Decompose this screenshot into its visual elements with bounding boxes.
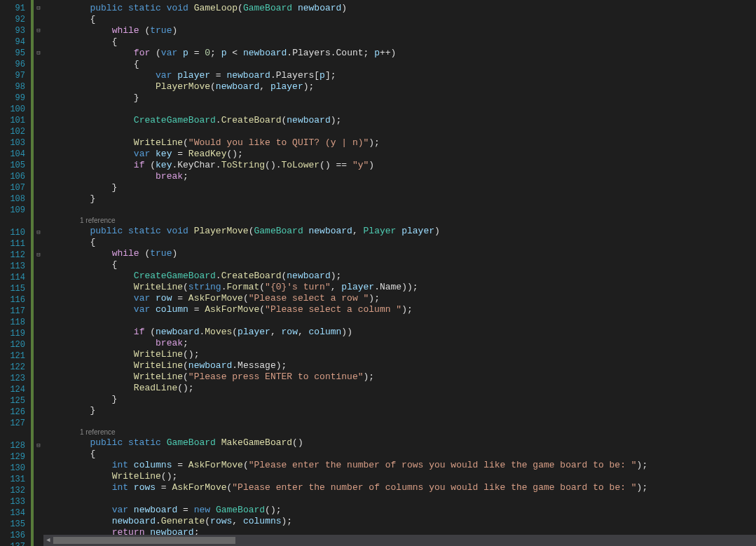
line-number: 115 [0,283,25,294]
code-line[interactable]: WriteLine(newboard.Message); [46,360,756,371]
fold-toggle-icon[interactable]: ⊟ [34,48,43,59]
fold-toggle-icon[interactable]: ⊟ [34,227,43,238]
line-number: 128 [0,440,25,451]
fold-toggle-icon [34,182,43,193]
code-line[interactable]: public static GameBoard MakeGameBoard() [46,437,756,449]
code-line[interactable]: while (true) [46,248,756,259]
line-number-gutter: 9192939495969798991001011021031041051061… [0,0,31,546]
fold-toggle-icon[interactable]: ⊟ [34,250,43,261]
code-line[interactable]: if (key.KeyChar.ToString().ToLower() == … [46,160,756,171]
fold-toggle-icon [34,541,43,546]
line-number: 109 [0,205,25,216]
line-number: 108 [0,193,25,205]
code-line[interactable]: WriteLine(string.Format("{0}'s turn", pl… [46,282,756,293]
code-line[interactable]: } [46,394,756,405]
code-line[interactable]: { [46,59,756,70]
code-line[interactable]: } [46,405,756,416]
code-line[interactable]: if (newboard.Moves(player, row, column)) [46,327,756,338]
line-number: 107 [0,182,25,193]
fold-toggle-icon [34,339,43,350]
code-line[interactable] [46,104,756,115]
code-line[interactable] [46,315,756,327]
scrollbar-thumb[interactable] [53,537,235,544]
code-line[interactable]: public static void GameLoop(GameBoard ne… [46,3,756,14]
code-line[interactable] [46,205,756,216]
line-number: 117 [0,306,25,317]
code-line[interactable]: WriteLine(); [46,349,756,360]
code-line[interactable]: WriteLine("Would you like to QUIT? (y | … [46,137,756,149]
line-number: 106 [0,171,25,182]
line-number: 135 [0,519,25,530]
code-line[interactable]: } [46,93,756,104]
code-line[interactable]: var row = AskForMove("Please select a ro… [46,293,756,304]
code-line[interactable]: CreateGameBoard.CreateBoard(newboard); [46,115,756,126]
fold-toggle-icon [34,418,43,429]
code-editor[interactable]: 9192939495969798991001011021031041051061… [0,0,756,546]
code-line[interactable]: var player = newboard.Players[p]; [46,70,756,81]
fold-toggle-icon [34,205,43,216]
line-number: 134 [0,507,25,519]
line-number: 131 [0,474,25,485]
fold-toggle-icon [34,328,43,339]
fold-toggle-icon [34,317,43,328]
code-line[interactable]: int columns = AskForMove("Please enter t… [46,460,756,471]
fold-toggle-icon [34,496,43,507]
code-line[interactable]: ReadLine(); [46,383,756,394]
line-number: 124 [0,384,25,395]
line-number: 102 [0,126,25,137]
code-line[interactable]: break; [46,171,756,182]
code-line[interactable] [46,126,756,137]
line-number: 97 [0,70,25,81]
fold-toggle-icon [34,59,43,70]
code-line[interactable]: var newboard = new GameBoard(); [46,505,756,516]
fold-toggle-icon [34,530,43,541]
fold-toggle-icon [34,160,43,171]
code-line[interactable]: int rows = AskForMove("Please enter the … [46,482,756,493]
codelens-reference[interactable]: 1 reference [46,216,756,226]
code-text-area[interactable]: public static void GameLoop(GameBoard ne… [43,0,756,546]
line-number: 130 [0,463,25,474]
code-line[interactable]: PlayerMove(newboard, player); [46,81,756,93]
fold-toggle-icon[interactable]: ⊟ [34,3,43,14]
codelens-reference[interactable]: 1 reference [46,428,756,437]
fold-toggle-icon [34,451,43,463]
code-line[interactable]: CreateGameBoard.CreateBoard(newboard); [46,271,756,282]
code-line[interactable]: { [46,14,756,25]
code-line[interactable]: break; [46,338,756,349]
code-line[interactable]: for (var p = 0; p < newboard.Players.Cou… [46,48,756,59]
code-line[interactable]: { [46,259,756,271]
code-line[interactable]: newboard.Generate(rows, columns); [46,516,756,527]
fold-toggle-icon[interactable]: ⊟ [34,25,43,36]
code-line[interactable] [46,416,756,428]
code-line[interactable]: { [46,237,756,248]
scroll-left-arrow-icon[interactable]: ◄ [43,535,53,546]
fold-toggle-icon [34,306,43,317]
code-line[interactable]: var key = ReadKey(); [46,149,756,160]
code-line[interactable]: } [46,193,756,205]
code-line[interactable]: { [46,449,756,460]
code-line[interactable] [46,493,756,505]
line-number: 114 [0,272,25,283]
code-line[interactable]: while (true) [46,25,756,36]
line-number: 99 [0,93,25,104]
fold-toggle-icon [34,104,43,115]
line-number: 125 [0,395,25,407]
line-number: 105 [0,160,25,171]
code-line[interactable]: public static void PlayerMove(GameBoard … [46,226,756,237]
code-line[interactable]: } [46,182,756,193]
fold-toggle-icon [34,261,43,272]
line-number: 98 [0,81,25,93]
fold-toggle-icon [34,14,43,25]
fold-toggle-icon [34,93,43,104]
code-line[interactable]: WriteLine("Please press ENTER to continu… [46,371,756,383]
line-number: 91 [0,3,25,14]
line-number: 116 [0,294,25,306]
code-line[interactable]: { [46,36,756,48]
fold-toggle-icon[interactable]: ⊟ [34,440,43,451]
fold-toggle-icon [34,507,43,519]
fold-toggle-icon [34,126,43,137]
horizontal-scrollbar[interactable]: ◄ [43,535,756,546]
line-number: 132 [0,485,25,496]
code-line[interactable]: var column = AskForMove("Please select a… [46,304,756,315]
code-line[interactable]: WriteLine(); [46,471,756,482]
